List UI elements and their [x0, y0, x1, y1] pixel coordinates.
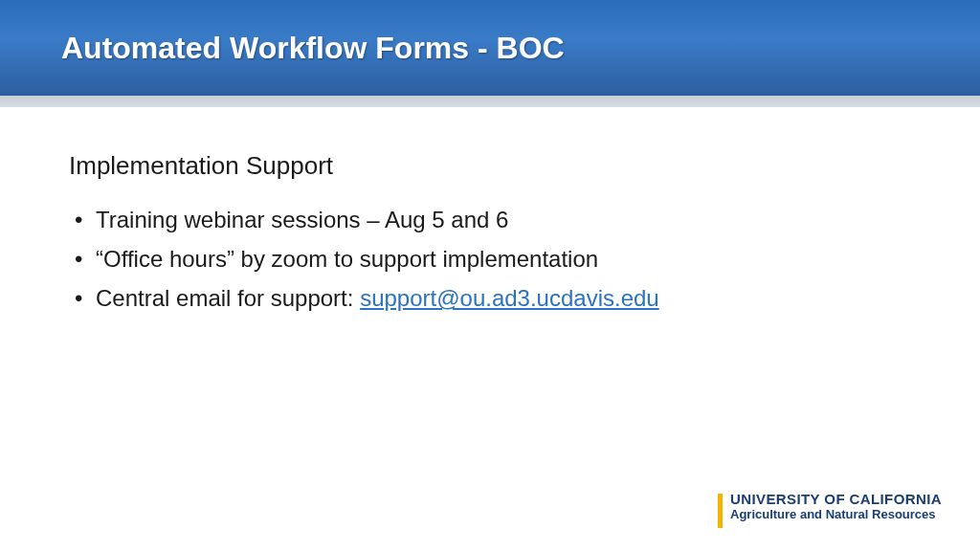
content-subtitle: Implementation Support [69, 151, 911, 181]
bullet-text: “Office hours” by zoom to support implem… [96, 246, 598, 272]
bullet-text: Training webinar sessions – Aug 5 and 6 [96, 207, 508, 232]
logo-line-1: UNIVERSITY OF CALIFORNIA [730, 492, 942, 508]
footer-logo: UNIVERSITY OF CALIFORNIA Agriculture and… [718, 492, 942, 528]
header-underline-bar [0, 96, 980, 107]
slide-header: Automated Workflow Forms - BOC [0, 0, 980, 96]
bullet-list: Training webinar sessions – Aug 5 and 6 … [69, 202, 911, 317]
slide-content: Implementation Support Training webinar … [0, 96, 980, 317]
bullet-prefix: Central email for support: [96, 285, 360, 311]
slide-title: Automated Workflow Forms - BOC [61, 31, 565, 66]
bullet-item: Training webinar sessions – Aug 5 and 6 [75, 202, 911, 237]
bullet-item: Central email for support: support@ou.ad… [75, 280, 911, 316]
logo-text-block: UNIVERSITY OF CALIFORNIA Agriculture and… [730, 492, 942, 521]
bullet-item: “Office hours” by zoom to support implem… [75, 241, 911, 276]
logo-line-2: Agriculture and Natural Resources [730, 508, 942, 521]
support-email-link[interactable]: support@ou.ad3.ucdavis.edu [360, 285, 659, 311]
logo-gold-bar [718, 494, 723, 528]
